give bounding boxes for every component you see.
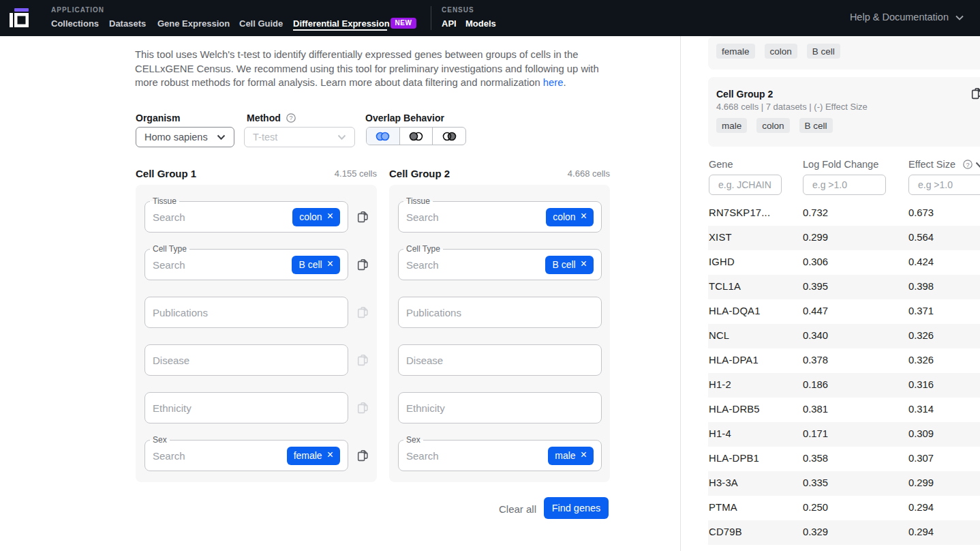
svg-text:?: ?: [966, 162, 969, 168]
svg-text:?: ?: [289, 115, 292, 121]
